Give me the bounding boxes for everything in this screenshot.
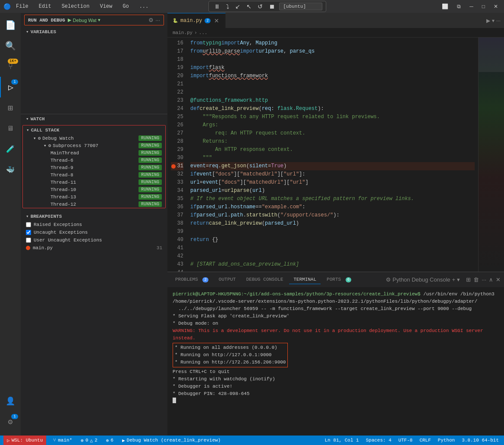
debug-pause-button[interactable]: ⏸ — [212, 2, 222, 11]
thread-10[interactable]: Thread-10 RUNNING — [44, 186, 165, 193]
status-language[interactable]: Python — [436, 438, 457, 443]
tab-mainpy[interactable]: 🐍 main.py 2 ✕ — [167, 13, 226, 28]
breakpoints-label: BREAKPOINTS — [31, 214, 62, 219]
menu-selection[interactable]: Selection — [60, 3, 91, 10]
watch-header[interactable]: WATCH — [21, 114, 167, 123]
activity-settings[interactable]: ⚙ 1 — [0, 411, 21, 432]
minimap-slider[interactable] — [479, 38, 504, 72]
raised-exceptions-checkbox[interactable] — [26, 222, 31, 227]
breadcrumb-sep: › — [194, 30, 197, 35]
watch-chevron — [26, 116, 29, 122]
terminal-close-button[interactable]: ✕ — [496, 276, 501, 283]
debug-config-button[interactable]: ▶ Debug Wat ▾ — [68, 17, 101, 23]
debug-restart-button[interactable]: ↺ — [256, 2, 265, 11]
user-uncaught-checkbox[interactable] — [26, 238, 31, 243]
thread-11[interactable]: Thread-11 RUNNING — [44, 179, 165, 186]
run-debug-label: RUN AND DEBUG — [28, 18, 65, 23]
ports-badge: 6 — [346, 277, 351, 282]
maximize-button[interactable]: □ — [479, 3, 488, 10]
remote-icon: 🖥 — [7, 125, 14, 133]
warning-count: 2 — [94, 438, 98, 443]
subprocess-item[interactable]: ⚙ Subprocess 77007 RUNNING — [37, 142, 165, 149]
terminal-ctrl-c: Press CTRL+C to quit — [173, 368, 499, 376]
status-ports[interactable]: ⊕ 6 — [104, 438, 115, 443]
menu-more[interactable]: ... — [138, 3, 151, 10]
activity-account[interactable]: 👤 — [0, 391, 21, 411]
activity-search[interactable]: 🔍 — [0, 35, 21, 56]
close-button[interactable]: ✕ — [491, 3, 501, 10]
variables-header[interactable]: VARIABLES — [21, 27, 167, 36]
terminal-pin: * Debugger PIN: 428-098-645 — [173, 390, 499, 398]
menu-go[interactable]: Go — [121, 3, 130, 10]
debug-stop-button[interactable]: ⏹ — [267, 2, 277, 11]
split-button[interactable]: ⧉ — [454, 3, 463, 10]
terminal-content[interactable]: pierrick@LAPTOP-HKU5PNNG:~/git/add-ons-s… — [167, 287, 504, 436]
code-line-35: # If the event object URL matches a spec… — [190, 195, 475, 203]
thread-8[interactable]: Thread-8 RUNNING — [44, 171, 165, 179]
menu-view[interactable]: View — [98, 3, 114, 10]
debug-more-button[interactable]: ··· — [155, 17, 160, 23]
raised-exceptions-label[interactable]: Raised Exceptions — [34, 222, 82, 227]
debug-stepout-button[interactable]: ↖ — [245, 2, 253, 11]
status-spaces[interactable]: Spaces: 4 — [364, 438, 393, 443]
activity-source-control[interactable]: ⑂ 1K+ — [0, 56, 21, 77]
status-line-ending[interactable]: CRLF — [418, 438, 432, 443]
tab-problems[interactable]: PROBLEMS 2 — [171, 275, 213, 284]
status-position[interactable]: Ln 81, Col 1 — [323, 438, 361, 443]
user-uncaught-label[interactable]: User Uncaught Exceptions — [34, 238, 102, 243]
breadcrumb-file[interactable]: main.py — [173, 30, 192, 35]
breadcrumb-more[interactable]: ... — [199, 30, 208, 35]
call-stack-debug-watch[interactable]: ⚙ Debug Watch RUNNING — [26, 135, 165, 142]
uncaught-exceptions-checkbox[interactable] — [26, 230, 31, 235]
activity-run-debug[interactable]: ▷ 1 — [0, 77, 21, 97]
new-terminal-button[interactable]: ⊞ — [466, 276, 471, 283]
layout-button[interactable]: ⬜ — [439, 3, 451, 10]
tab-debug-console[interactable]: DEBUG CONSOLE — [242, 275, 287, 284]
status-branch[interactable]: ⑂ main* — [51, 438, 74, 443]
breakpoints-header[interactable]: BREAKPOINTS — [21, 212, 167, 221]
terminal-addr-127: * Running on http://127.0.0.1:9000 — [175, 351, 286, 359]
activity-extensions[interactable]: ⊞ — [0, 97, 21, 118]
status-encoding[interactable]: UTF-8 — [397, 438, 414, 443]
minimize-button[interactable]: ─ — [467, 3, 476, 10]
thread-9[interactable]: Thread-9 RUNNING — [44, 164, 165, 171]
thread-6[interactable]: Thread-6 RUNNING — [44, 157, 165, 164]
python-debug-console-button[interactable]: ⚙ Python Debug Console + ▾ — [382, 275, 463, 284]
status-debug-context[interactable]: ▶ Debug Watch (create_link_preview) — [120, 438, 222, 443]
trash-button[interactable]: 🗑 — [473, 276, 479, 283]
thread-8-status: RUNNING — [139, 172, 162, 178]
debug-stepover-button[interactable]: ⤵ — [224, 2, 231, 11]
tab-ports[interactable]: PORTS 6 — [322, 275, 356, 284]
run-file-button[interactable]: ▶ — [486, 18, 490, 24]
debug-settings-button[interactable]: ⚙ — [148, 17, 154, 23]
thread-mainthread[interactable]: MainThread RUNNING — [44, 149, 165, 157]
menu-bar: File Edit Selection View Go ... — [14, 3, 150, 10]
activity-explorer[interactable]: 📄 — [0, 15, 21, 35]
terminal-up-button[interactable]: ∧ — [489, 276, 493, 283]
thread-12[interactable]: Thread-12 RUNNING — [44, 201, 165, 208]
terminal-more-button[interactable]: ··· — [482, 276, 486, 283]
sidebar: RUN AND DEBUG ▶ Debug Wat ▾ ⚙ ··· VARIAB… — [21, 13, 167, 436]
debug-config-name: Debug Wat — [73, 18, 97, 23]
thread-13[interactable]: Thread-13 RUNNING — [44, 193, 165, 201]
debug-stepin-button[interactable]: ↙ — [233, 2, 242, 11]
tab-terminal[interactable]: TERMINAL — [289, 275, 321, 284]
menu-file[interactable]: File — [14, 3, 30, 10]
tab-output[interactable]: OUTPUT — [214, 275, 240, 284]
uncaught-exceptions-label[interactable]: Uncaught Exceptions — [34, 230, 88, 235]
status-errors[interactable]: ⊗ 0 △ 2 — [79, 438, 99, 443]
status-python-version[interactable]: 3.8.10 64-bit — [460, 438, 501, 443]
call-stack-header[interactable]: CALL STACK — [23, 125, 165, 135]
code-content[interactable]: from typing import Any, Mapping from url… — [187, 38, 478, 272]
wsl-label[interactable]: WSL: Ubuntu — [12, 438, 43, 443]
subprocess-label: ⚙ Subprocess 77007 — [44, 143, 98, 148]
debug-watch-chevron — [33, 135, 36, 141]
activity-testing[interactable]: 🧪 — [0, 139, 21, 160]
code-editor[interactable]: 16 17 18 19 20 21 22 23 24 25 26 27 28 2… — [167, 38, 504, 272]
activity-remote[interactable]: 🖥 — [0, 118, 21, 139]
activity-docker[interactable]: 🐳 — [0, 160, 21, 180]
editor-more-button[interactable]: ··· — [496, 18, 501, 24]
menu-edit[interactable]: Edit — [37, 3, 53, 10]
tab-close-button[interactable]: ✕ — [213, 17, 220, 24]
split-editor-button[interactable]: ▾ — [492, 18, 495, 24]
